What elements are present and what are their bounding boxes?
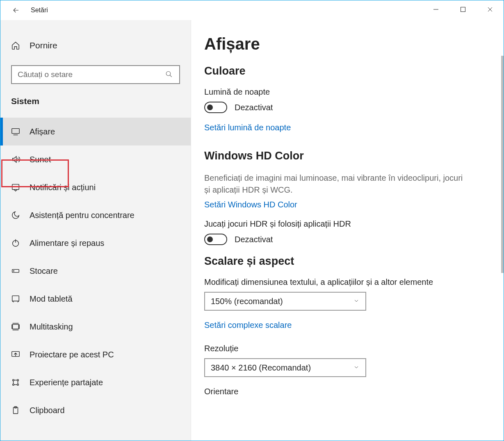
nav-item-tablet-mode[interactable]: Mod tabletă — [0, 285, 191, 313]
hdr-toggle[interactable] — [204, 234, 227, 245]
hdr-state: Dezactivat — [235, 235, 273, 244]
search-input[interactable] — [18, 70, 165, 79]
nav-item-label: Clipboard — [30, 406, 65, 415]
nav-item-label: Alimentare și repaus — [30, 239, 104, 248]
section-hd-title: Windows HD Color — [204, 150, 491, 162]
close-button[interactable] — [477, 0, 504, 18]
scrollbar-thumb[interactable] — [501, 56, 504, 273]
nav-item-notifications[interactable]: Notificări și acțiuni — [0, 173, 191, 201]
svg-point-12 — [14, 271, 14, 271]
svg-rect-13 — [12, 296, 19, 301]
svg-point-22 — [13, 384, 14, 386]
home-button[interactable]: Pornire — [0, 35, 191, 56]
advanced-scaling-link[interactable]: Setări complexe scalare — [204, 321, 292, 330]
svg-point-21 — [17, 380, 19, 381]
nav-item-label: Asistență pentru concentrare — [30, 211, 135, 220]
night-light-state: Dezactivat — [235, 103, 273, 112]
hd-description: Beneficiați de imagini mai luminoase, ma… — [204, 172, 467, 196]
home-icon — [11, 41, 21, 50]
orientation-label: Orientare — [204, 387, 491, 396]
page-title: Afișare — [204, 35, 491, 53]
project-icon — [11, 350, 21, 359]
minimize-button[interactable] — [422, 0, 449, 18]
chevron-down-icon — [353, 297, 360, 306]
nav-item-display[interactable]: Afișare — [0, 118, 191, 145]
nav-item-clipboard[interactable]: Clipboard — [0, 396, 191, 424]
nav-item-label: Multitasking — [30, 322, 73, 332]
nav-item-label: Afișare — [30, 127, 55, 136]
scale-label: Modificați dimensiunea textului, a aplic… — [204, 277, 491, 287]
storage-icon — [11, 266, 21, 276]
window-controls — [422, 0, 504, 18]
hdr-label: Jucați jocuri HDR și folosiți aplicații … — [204, 219, 491, 229]
search-box[interactable] — [11, 65, 180, 84]
section-color-title: Culoare — [204, 65, 491, 77]
maximize-button[interactable] — [449, 0, 477, 18]
sidebar-section-label: Sistem — [0, 96, 191, 106]
svg-point-20 — [13, 380, 14, 381]
main-content: Afișare Culoare Lumină de noapte Dezacti… — [191, 20, 504, 441]
svg-rect-1 — [461, 7, 465, 12]
section-scale-title: Scalare și aspect — [204, 255, 491, 268]
power-icon — [11, 238, 21, 248]
resolution-select[interactable]: 3840 × 2160 (Recomandat) — [204, 358, 366, 377]
svg-rect-14 — [13, 325, 19, 329]
search-icon — [165, 70, 173, 79]
nav-item-focus-assist[interactable]: Asistență pentru concentrare — [0, 201, 191, 229]
notifications-icon — [11, 182, 21, 192]
display-icon — [11, 127, 21, 136]
scale-select[interactable]: 150% (recomandat) — [204, 292, 366, 311]
titlebar: Setări — [0, 0, 504, 20]
focus-assist-icon — [11, 210, 21, 220]
svg-rect-6 — [12, 129, 19, 134]
tablet-mode-icon — [11, 294, 21, 304]
nav-item-sound[interactable]: Sunet — [0, 145, 191, 173]
chevron-down-icon — [353, 363, 360, 373]
clipboard-icon — [11, 405, 21, 415]
night-light-label: Lumină de noapte — [204, 87, 491, 97]
resolution-label: Rezoluție — [204, 344, 491, 353]
scale-value: 150% (recomandat) — [211, 297, 283, 306]
nav-item-shared[interactable]: Experiențe partajate — [0, 368, 191, 396]
sidebar: Pornire Sistem Afișare Sunet — [0, 20, 191, 441]
svg-point-4 — [166, 71, 171, 76]
nav-item-project[interactable]: Proiectare pe acest PC — [0, 341, 191, 368]
nav-item-label: Stocare — [30, 266, 58, 276]
nav-item-multitasking[interactable]: Multitasking — [0, 313, 191, 341]
multitasking-icon — [11, 322, 21, 332]
nav-item-label: Proiectare pe acest PC — [30, 350, 114, 359]
nav-item-storage[interactable]: Stocare — [0, 257, 191, 285]
nav-item-label: Mod tabletă — [30, 294, 73, 304]
night-light-settings-link[interactable]: Setări lumină de noapte — [204, 123, 291, 132]
svg-point-23 — [17, 384, 19, 386]
shared-icon — [11, 377, 21, 387]
nav-item-label: Experiențe partajate — [30, 378, 103, 387]
hd-settings-link[interactable]: Setări Windows HD Color — [204, 200, 297, 209]
nav-list: Afișare Sunet Notificări și acțiuni Asis… — [0, 118, 191, 424]
home-label: Pornire — [30, 41, 57, 50]
nav-item-label: Sunet — [30, 155, 51, 164]
night-light-toggle[interactable] — [204, 102, 227, 113]
resolution-value: 3840 × 2160 (Recomandat) — [211, 363, 311, 373]
nav-item-label: Notificări și acțiuni — [30, 183, 96, 192]
window-title: Setări — [31, 7, 48, 14]
nav-item-power[interactable]: Alimentare și repaus — [0, 229, 191, 257]
svg-line-5 — [170, 75, 172, 77]
svg-rect-8 — [12, 184, 19, 190]
back-button[interactable] — [9, 3, 23, 18]
sound-icon — [11, 155, 21, 164]
